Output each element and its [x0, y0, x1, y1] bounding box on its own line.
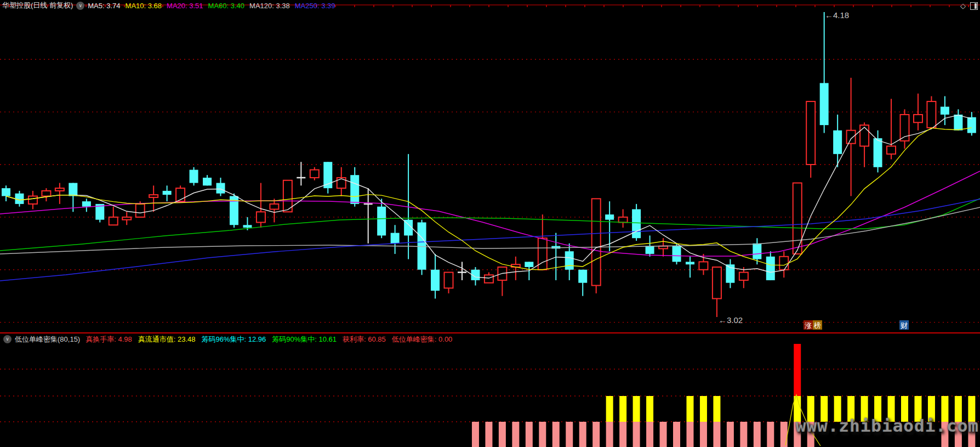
ma-label-5: MA250: 3.39 — [295, 2, 335, 10]
svg-text:涨: 涨 — [805, 321, 812, 330]
chevron-down-icon[interactable]: ∨ — [3, 335, 12, 343]
ma-lines — [0, 115, 980, 281]
indicator-field-5: 低位单峰密集: 0.00 — [392, 335, 453, 343]
ma-label-2: MA20: 3.51 — [167, 2, 203, 10]
indicator-field-2: 筹码96%集中: 12.96 — [202, 335, 266, 343]
candlestick-chart-canvas[interactable]: ←4.18←3.02涨榜财 — [0, 0, 980, 447]
indicator-name[interactable]: 低位单峰密集(80,15) — [15, 335, 80, 344]
title-bar: 华塑控股(日线 前复权) ∨ MA5: 3.74MA10: 3.68MA20: … — [0, 0, 980, 11]
diamond-icon[interactable]: ◇ — [960, 2, 966, 10]
ma-label-0: MA5: 3.74 — [88, 2, 120, 10]
indicator-values: 真换手率: 4.98真流通市值: 23.48筹码96%集中: 12.96筹码90… — [86, 335, 458, 344]
svg-text:←4.18: ←4.18 — [825, 10, 849, 20]
chevron-down-icon[interactable]: ∨ — [76, 2, 84, 10]
gridlines — [0, 59, 980, 422]
ma-line-MA20 — [0, 171, 980, 256]
indicator-field-4: 获利率: 60.85 — [343, 335, 386, 343]
ma-line-MA120 — [0, 207, 980, 254]
ma-legend: MA5: 3.74MA10: 3.68MA20: 3.51MA60: 3.40M… — [88, 2, 340, 10]
svg-text:←3.02: ←3.02 — [719, 315, 743, 325]
stock-app-window: ←4.18←3.02涨榜财 华塑控股(日线 前复权) ∨ MA5: 3.74MA… — [0, 0, 980, 447]
watermark: www.zhibiaodi.com — [796, 416, 979, 435]
svg-text:财: 财 — [901, 321, 908, 330]
ma-label-3: MA60: 3.40 — [208, 2, 245, 10]
window-controls: ◇ — [960, 2, 978, 10]
ma-label-1: MA10: 3.68 — [126, 2, 162, 10]
event-tags[interactable]: 涨榜财 — [804, 320, 909, 330]
panel-layout-icon[interactable] — [970, 2, 978, 10]
svg-text:榜: 榜 — [813, 321, 821, 330]
indicator-bar: ∨ 低位单峰密集(80,15) 真换手率: 4.98真流通市值: 23.48筹码… — [0, 333, 980, 345]
stock-title: 华塑控股(日线 前复权) — [2, 1, 73, 10]
indicator-field-3: 筹码90%集中: 10.61 — [272, 335, 337, 343]
candles — [2, 12, 976, 317]
indicator-field-0: 真换手率: 4.98 — [86, 335, 132, 343]
ma-label-4: MA120: 3.38 — [249, 2, 290, 10]
indicator-field-1: 真流通市值: 23.48 — [138, 335, 196, 343]
